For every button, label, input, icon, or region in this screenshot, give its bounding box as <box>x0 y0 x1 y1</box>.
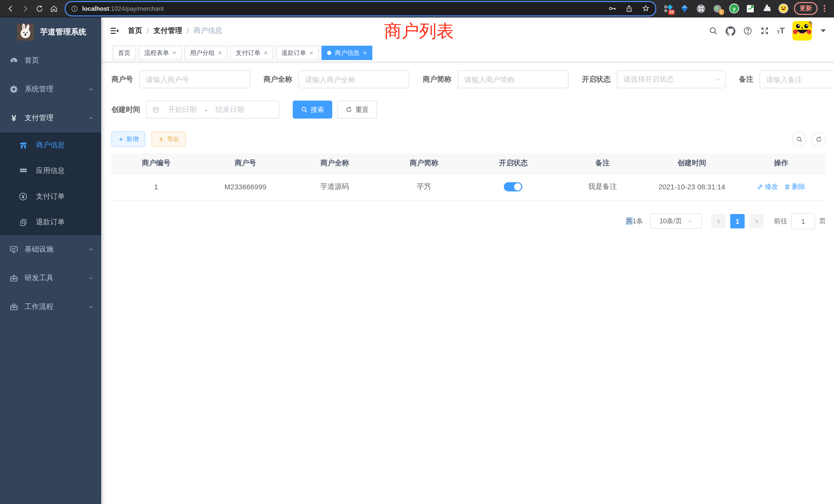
merchant-no-input[interactable] <box>139 70 250 88</box>
show-search-button[interactable] <box>792 132 806 146</box>
tab-process-form[interactable]: 流程表单× <box>139 46 182 60</box>
sidebar-item-app-info[interactable]: 应用信息 <box>0 158 101 184</box>
close-icon[interactable]: × <box>363 50 367 56</box>
search-icon[interactable] <box>708 26 718 36</box>
status-toggle[interactable] <box>504 182 523 191</box>
cell-full-name: 芋道源码 <box>290 182 379 191</box>
total-prefix: 共 <box>626 217 633 225</box>
sidebar-item-pay-order[interactable]: 支付订单 <box>0 184 101 209</box>
share-icon[interactable] <box>625 4 633 13</box>
help-icon[interactable] <box>743 26 752 36</box>
screen: localhost:1024/pay/merchant 10 1 <box>0 0 834 504</box>
browser-menu-icon[interactable] <box>821 5 828 12</box>
back-icon[interactable] <box>4 2 18 15</box>
page-annotation-title: 商户列表 <box>384 20 454 43</box>
app-title: 芋道管理系统 <box>40 27 86 37</box>
extension-grid-icon[interactable]: 10 <box>662 2 674 15</box>
delete-link-label: 删除 <box>792 182 805 191</box>
total-suffix: 条 <box>636 217 643 225</box>
date-range-picker[interactable]: 开始日期 - 结束日期 <box>146 100 279 118</box>
sidebar: 芋道管理系统 首页 系统管理 ¥ 支付管理 <box>0 18 101 504</box>
sidebar-item-pay[interactable]: ¥ 支付管理 <box>0 104 101 132</box>
bookmark-star-icon[interactable] <box>641 4 650 13</box>
sidebar-item-merchant-info[interactable]: 商户信息 <box>0 132 101 158</box>
url-text: localhost:1024/pay/merchant <box>82 5 164 12</box>
tab-home[interactable]: 首页 <box>112 46 136 60</box>
filter-row-2: 创建时间 开始日期 - 结束日期 搜索 重置 <box>111 100 826 118</box>
sidebar-item-label: 系统管理 <box>25 85 53 94</box>
search-button[interactable]: 搜索 <box>293 100 332 118</box>
extension-gem-icon[interactable] <box>679 2 690 15</box>
sidebar-item-label: 退款订单 <box>36 217 65 227</box>
address-bar[interactable]: localhost:1024/pay/merchant <box>65 1 656 16</box>
column-header: 操作 <box>737 159 826 168</box>
browser-update-button[interactable]: 更新 <box>794 2 817 15</box>
home-icon[interactable] <box>47 2 61 15</box>
prev-page-button[interactable] <box>711 214 726 228</box>
sidebar-item-label: 研发工具 <box>25 274 53 283</box>
forward-icon[interactable] <box>19 2 32 15</box>
delete-link[interactable]: 删除 <box>784 182 805 191</box>
field-label: 备注 <box>739 75 753 84</box>
end-date-placeholder[interactable]: 结束日期 <box>211 105 248 114</box>
sidebar-item-refund-order[interactable]: 退款订单 <box>0 209 101 235</box>
tab-pay-order[interactable]: 支付订单× <box>230 46 273 60</box>
table-toolbar: 新增 导出 <box>111 131 826 147</box>
current-page-button[interactable]: 1 <box>730 214 745 228</box>
plus-icon <box>118 136 124 142</box>
extensions-puzzle-icon[interactable] <box>761 2 772 15</box>
export-button[interactable]: 导出 <box>152 131 186 147</box>
tab-merchant-info[interactable]: 商户信息× <box>322 46 372 60</box>
hamburger-icon[interactable] <box>109 26 120 36</box>
tab-label: 商户信息 <box>335 48 359 57</box>
pagination-total: 共1条 <box>626 216 643 226</box>
extension-recorder-icon[interactable]: 1 <box>712 2 723 15</box>
tab-user-group[interactable]: 用户分组× <box>184 46 227 60</box>
site-info-icon[interactable] <box>71 5 78 12</box>
sidebar-item-workflow[interactable]: 工作流程 <box>0 293 101 321</box>
font-size-icon[interactable]: TT <box>777 27 785 35</box>
navbar-actions: TT <box>708 21 826 41</box>
refresh-table-button[interactable] <box>811 132 826 146</box>
add-button[interactable]: 新增 <box>111 131 145 147</box>
next-page-button[interactable] <box>749 214 764 228</box>
filter-row-1: 商户号 商户全称 商户简称 开启状态 请选择开启状态 <box>111 70 826 88</box>
close-icon[interactable]: × <box>264 50 267 56</box>
cell-merchant-no: M233666999 <box>201 183 290 191</box>
short-name-input[interactable] <box>458 70 569 88</box>
sidebar-item-system[interactable]: 系统管理 <box>0 75 101 104</box>
close-icon[interactable]: × <box>310 50 313 56</box>
profile-avatar-icon[interactable] <box>777 2 789 15</box>
close-icon[interactable]: × <box>173 50 176 56</box>
close-icon[interactable]: × <box>218 50 222 56</box>
table-tools <box>792 132 826 146</box>
sidebar-item-infra[interactable]: 基础设施 <box>0 235 101 264</box>
github-icon[interactable] <box>725 26 735 36</box>
reset-button[interactable]: 重置 <box>337 100 377 118</box>
extension-y-icon[interactable]: y <box>728 2 740 15</box>
user-menu-caret-icon[interactable] <box>821 29 826 32</box>
password-key-icon[interactable] <box>608 4 617 13</box>
sidebar-item-home[interactable]: 首页 <box>0 46 101 75</box>
edit-link[interactable]: 修改 <box>757 182 778 191</box>
status-select[interactable]: 请选择开启状态 <box>617 70 726 88</box>
extension-sheet-icon[interactable] <box>745 2 756 15</box>
page-size-select[interactable]: 10条/页 <box>650 213 702 229</box>
breadcrumb-home[interactable]: 首页 <box>128 26 142 36</box>
cell-create-time: 2021-10-23 08:31:14 <box>647 183 737 191</box>
user-avatar[interactable] <box>792 21 812 41</box>
cell-short-name: 芋艿 <box>379 182 468 191</box>
sidebar-item-devtools[interactable]: 研发工具 <box>0 264 101 293</box>
remark-input[interactable] <box>760 70 834 88</box>
start-date-placeholder[interactable]: 开始日期 <box>164 105 201 114</box>
extension-command-icon[interactable] <box>695 2 707 15</box>
full-name-input[interactable] <box>299 70 409 88</box>
search-button-label: 搜索 <box>311 105 324 114</box>
documents-icon <box>19 217 28 227</box>
reload-icon[interactable] <box>33 2 46 15</box>
fullscreen-icon[interactable] <box>760 26 769 36</box>
tab-label: 退款订单 <box>281 48 306 57</box>
goto-page-input[interactable] <box>791 213 815 229</box>
download-icon <box>158 136 164 142</box>
tab-refund-order[interactable]: 退款订单× <box>276 46 319 60</box>
